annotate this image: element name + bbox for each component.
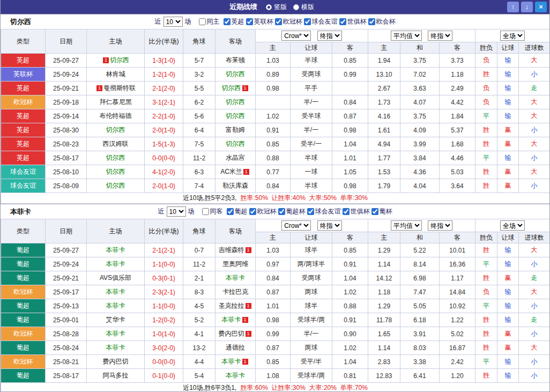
league-type-cell: 欧冠杯 [1,355,46,369]
euro-home-odds: 2.67 [368,82,400,95]
handicap-line: 平手 [291,82,332,95]
league-filter-葡超[interactable]: 葡超 [227,207,248,216]
score-cell: 0-1(0-0) [145,369,183,383]
close-icon[interactable]: × [535,2,547,12]
date-cell: 25-09-24 [46,257,87,271]
league-filter-欧冠杯[interactable]: 欧冠杯 [249,207,277,216]
titlebar: 近期战绩 竖版 横版 ↑ ↓ × [1,0,549,14]
result-cell: 平 [475,151,497,165]
horizontal-radio[interactable] [293,4,299,10]
scope-select[interactable]: 全场 [500,31,525,41]
league-filter-球会友谊[interactable]: 球会友谊 [307,207,341,216]
euro-away-odds: 3.73 [440,54,475,68]
vertical-radio[interactable] [266,4,272,10]
handicap-stage-select[interactable]: 终指 [317,220,342,231]
match-row: 欧冠杯25-09-18拜仁慕尼黑3-1(2-1)6-2切尔西半/一0.841.7… [1,95,550,109]
euro-away-odds: 1.68 [440,137,475,151]
col-header-handicap-line: 让球 [291,42,332,54]
league-checkbox[interactable] [343,208,350,215]
euro-stage-select[interactable]: 终指 [428,31,452,41]
league-filter-球会友谊[interactable]: 球会友谊 [304,17,338,26]
handicap-home-odds: 1.03 [256,243,291,257]
bookmaker-select[interactable]: Crow* [281,31,311,41]
league-filter-欧冠杯[interactable]: 欧冠杯 [275,17,302,26]
date-cell: 25-09-18 [46,95,87,109]
home-team-cell: 艾华卡 [87,313,145,327]
league-checkbox[interactable] [307,208,314,215]
handicap-away-odds: 0.98 [332,179,368,193]
goals-result-cell: 小 [519,68,550,82]
layout-option-vertical[interactable]: 竖版 [266,3,287,12]
league-checkbox[interactable] [227,208,234,215]
team-name: 艾华卡 [106,316,125,323]
handicap-line: 半/一 [291,95,332,109]
date-cell: 25-08-21 [46,355,87,369]
league-checkbox[interactable] [368,18,375,25]
handicap-away-odds: 1.02 [332,285,368,299]
league-type-cell: 葡超 [1,299,46,313]
league-filter-英超[interactable]: 英超 [224,17,244,26]
league-checkbox[interactable] [275,18,282,25]
home-team-cell: 本菲卡 [87,341,145,355]
handicap-line: 半/一 [291,327,332,341]
euro-odds-select[interactable]: 平均值 [391,220,422,231]
handicap-away-odds [332,82,368,95]
same-venue-checkbox[interactable] [199,18,206,25]
league-type-cell: 欧冠杯 [1,327,46,341]
league-filter-世俱杯[interactable]: 世俱杯 [343,207,370,216]
euro-draw-odds: 3.63 [400,82,440,95]
date-cell: 25-08-28 [46,327,87,341]
team-name: 费内巴切 [103,358,129,365]
recent-count-select[interactable]: 10 [163,17,183,27]
score-cell: 2-2(1-0) [145,109,183,123]
league-filter-欧会杯[interactable]: 欧会杯 [368,17,396,26]
scope-select[interactable]: 全场 [500,220,525,231]
team-section-chelsea: 切尔西 近 10 场 同主 英超英联杯欧冠杯球会友谊世俱杯欧会杯 类型 [1,14,549,204]
corners-cell: 0-7 [183,243,215,257]
bookmaker-select[interactable]: Crow* [281,220,311,231]
handicap-away-odds: 0.99 [332,68,368,82]
corners-cell: 8-3 [183,285,215,299]
euro-away-odds: 5.37 [440,123,475,137]
same-venue-filter[interactable]: 同客 [202,207,223,216]
euro-draw-odds: 4.09 [400,123,440,137]
result-cell: 负 [475,54,497,68]
same-venue-filter[interactable]: 同主 [199,17,220,26]
league-checkbox[interactable] [246,18,253,25]
league-checkbox[interactable] [249,208,256,215]
league-type-cell: 英超 [1,82,46,95]
recent-count-select[interactable]: 10 [167,206,186,217]
league-filter-label: 葡杯 [380,207,392,216]
layout-option-horizontal[interactable]: 横版 [293,3,314,12]
handicap-result-cell: 输 [497,355,519,369]
near-label: 近 [155,17,161,26]
filter-bar: 近 10 场 同主 英超英联杯欧冠杯球会友谊世俱杯欧会杯 [155,17,396,27]
euro-home-odds: 1.65 [368,327,400,341]
handicap-line: 半球 [291,179,332,193]
handicap-stage-select[interactable]: 终指 [317,31,342,41]
euro-draw-odds: 4.07 [400,95,440,109]
move-up-icon[interactable]: ↑ [507,2,519,12]
euro-stage-select[interactable]: 终指 [428,220,452,231]
match-row: 英超25-09-271切尔西1-3(1-0)5-7布莱顿1.03半球0.851.… [1,54,550,68]
league-filter-葡超杯[interactable]: 葡超杯 [278,207,306,216]
away-team-cell: 水晶宫 [215,151,256,165]
handicap-home-odds: 0.98 [256,82,291,95]
corners-cell: 13-2 [183,341,215,355]
move-down-icon[interactable]: ↓ [521,2,533,12]
league-checkbox[interactable] [278,208,285,215]
league-checkbox[interactable] [339,18,346,25]
euro-draw-odds: 8.14 [400,257,440,271]
same-venue-checkbox[interactable] [202,208,209,215]
league-filter-英联杯[interactable]: 英联杯 [246,17,273,26]
league-checkbox[interactable] [224,18,231,25]
league-type-cell: 英超 [1,123,46,137]
red-card-badge: 1 [242,317,248,323]
euro-home-odds: 1.14 [368,341,400,355]
league-filter-葡杯[interactable]: 葡杯 [371,207,392,216]
league-checkbox[interactable] [371,208,378,215]
euro-odds-select[interactable]: 平均值 [391,31,422,41]
league-checkbox[interactable] [304,18,311,25]
col-header-date: 日期 [46,29,87,54]
league-filter-世俱杯[interactable]: 世俱杯 [339,17,367,26]
